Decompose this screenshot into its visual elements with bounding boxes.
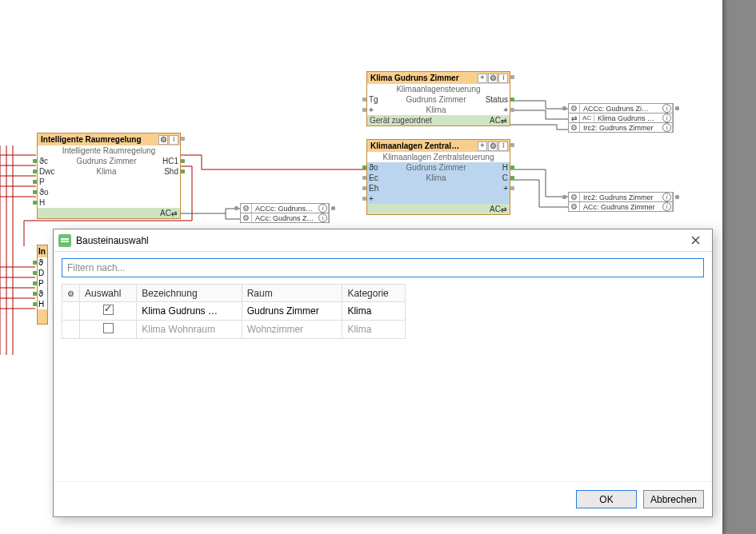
- info-icon[interactable]: [662, 123, 673, 132]
- cell-cat: Klima: [342, 302, 406, 321]
- add-input-icon[interactable]: +: [369, 194, 391, 203]
- block-intelligente-raumregelung[interactable]: Intelligente Raumregelung Intelligente R…: [37, 133, 181, 219]
- block-room: Gudruns Zimmer: [391, 95, 481, 104]
- info-icon[interactable]: [318, 204, 329, 213]
- in-port[interactable]: Eh: [369, 184, 391, 193]
- info-icon[interactable]: [318, 213, 329, 222]
- table-row[interactable]: Klima Gudruns … Gudruns Zimmer Klima: [62, 302, 406, 321]
- foot-label: AC: [490, 205, 501, 213]
- cell-name: Klima Wohnraum: [137, 321, 242, 339]
- ref-group-klima: ACCc: Gudruns Zi… ACKlima Gudruns Zim… I…: [568, 103, 674, 133]
- block-category: Klima: [391, 106, 481, 114]
- in-port[interactable]: Dwc: [39, 167, 62, 176]
- cell-cat: Klima: [342, 321, 406, 339]
- ok-button[interactable]: OK: [576, 490, 637, 508]
- block-klimaanlagen-zentral[interactable]: Klimaanlagen Zentral… Klimaanlagen Zentr…: [366, 139, 510, 215]
- in-port[interactable]: ϑo: [369, 163, 391, 172]
- out-port[interactable]: Shd: [151, 167, 178, 176]
- table-row[interactable]: Klima Wohnraum Wohnzimmer Klima: [62, 321, 406, 339]
- block-partial-irc2[interactable]: In ϑ D P ϑ H: [37, 245, 48, 325]
- col-kategorie[interactable]: Kategorie: [342, 285, 406, 302]
- info-icon[interactable]: [662, 193, 673, 201]
- close-button[interactable]: [683, 232, 707, 249]
- block-klima-gudruns-zimmer[interactable]: Klima Gudruns Zimmer Klimaanlagensteueru…: [366, 71, 510, 126]
- col-raum[interactable]: Raum: [242, 285, 342, 302]
- in-port[interactable]: Ec: [369, 173, 391, 182]
- cancel-button[interactable]: Abbrechen: [643, 490, 704, 508]
- block-room: Gudruns Zimmer: [391, 163, 481, 172]
- ref-item[interactable]: Irc2: Gudruns Zimmer: [568, 122, 674, 133]
- ref-group-irc: ACCc: Gudruns Zi… ACc: Gudruns Zim…: [240, 203, 330, 223]
- foot-label: AC: [490, 116, 501, 125]
- plus-icon[interactable]: [478, 74, 487, 83]
- in-port[interactable]: ϑo: [39, 188, 62, 197]
- gear-icon: [67, 288, 74, 299]
- menu-icon[interactable]: [498, 74, 508, 83]
- menu-icon[interactable]: [498, 141, 508, 151]
- out-port[interactable]: C: [481, 173, 508, 182]
- gear-icon: [569, 123, 580, 132]
- block-room: Gudruns Zimmer: [62, 157, 151, 165]
- checkbox[interactable]: [103, 305, 114, 315]
- out-port[interactable]: H: [481, 163, 508, 172]
- col-auswahl[interactable]: Auswahl: [80, 285, 137, 302]
- gear-icon[interactable]: [158, 135, 168, 145]
- swap-icon: [501, 205, 507, 213]
- add-output-icon[interactable]: [481, 184, 508, 193]
- in-port[interactable]: Tg: [369, 95, 391, 104]
- in-port[interactable]: H: [39, 198, 62, 207]
- in-port[interactable]: ϑc: [39, 157, 62, 165]
- block-title: Klimaanlagen Zentral…: [370, 141, 477, 150]
- swap-icon: [171, 209, 178, 217]
- gear-icon: [569, 193, 580, 201]
- cell-name: Klima Gudruns …: [137, 302, 242, 321]
- checkbox[interactable]: [103, 323, 114, 333]
- ref-item[interactable]: ACCc: Gudruns Zi…: [568, 103, 674, 114]
- out-port[interactable]: HC1: [151, 157, 178, 165]
- dialog-titlebar[interactable]: Bausteinauswahl: [54, 229, 712, 252]
- col-bezeichnung[interactable]: Bezeichnung: [137, 285, 242, 302]
- cell-room: Wohnzimmer: [242, 321, 342, 339]
- gear-icon[interactable]: [488, 74, 498, 83]
- block-category: Klima: [62, 167, 151, 176]
- block-category: Klima: [391, 173, 481, 182]
- menu-icon[interactable]: [169, 135, 178, 145]
- gear-icon: [569, 104, 580, 113]
- ref-item[interactable]: ACCc: Gudruns Zi…: [240, 203, 330, 213]
- ref-group-zentral: Irc2: Gudruns Zimmer ACc: Gudruns Zimmer: [568, 192, 674, 212]
- gear-icon[interactable]: [488, 141, 498, 151]
- block-subtitle: Intelligente Raumregelung: [38, 145, 180, 156]
- block-title: Klima Gudruns Zimmer: [370, 74, 477, 82]
- block-title: Intelligente Raumregelung: [41, 135, 158, 144]
- in-port[interactable]: P: [39, 177, 62, 186]
- plus-icon[interactable]: [478, 141, 487, 151]
- gear-icon: [241, 204, 252, 213]
- foot-label: Gerät zugeordnet: [370, 116, 490, 125]
- gear-icon: [241, 213, 252, 222]
- out-port[interactable]: Status: [481, 95, 508, 104]
- add-output-icon[interactable]: [481, 106, 508, 114]
- info-icon[interactable]: [662, 104, 673, 113]
- add-input-icon[interactable]: [369, 106, 391, 114]
- foot-label: AC: [160, 209, 171, 217]
- cell-room: Gudruns Zimmer: [242, 302, 342, 321]
- dialog-bausteinauswahl: Bausteinauswahl Auswahl Bezeichnung Raum…: [53, 229, 713, 517]
- filter-input[interactable]: [62, 258, 704, 277]
- swap-icon: [569, 114, 580, 122]
- ref-item[interactable]: ACc: Gudruns Zim…: [240, 213, 330, 223]
- table-config-button[interactable]: [62, 285, 80, 302]
- app-icon: [58, 234, 71, 247]
- info-icon[interactable]: [662, 202, 673, 211]
- ref-item[interactable]: ACc: Gudruns Zimmer: [568, 201, 674, 212]
- info-icon[interactable]: [662, 114, 673, 122]
- dialog-title: Bausteinauswahl: [76, 235, 683, 246]
- block-subtitle: Klimaanlagensteuerung: [367, 84, 510, 94]
- gear-icon: [569, 202, 580, 211]
- swap-icon: [501, 116, 507, 125]
- selection-table: Auswahl Bezeichnung Raum Kategorie Klima…: [62, 284, 406, 339]
- block-subtitle: Klimaanlagen Zentralsteuerung: [367, 152, 510, 162]
- ref-item[interactable]: Irc2: Gudruns Zimmer: [568, 192, 674, 202]
